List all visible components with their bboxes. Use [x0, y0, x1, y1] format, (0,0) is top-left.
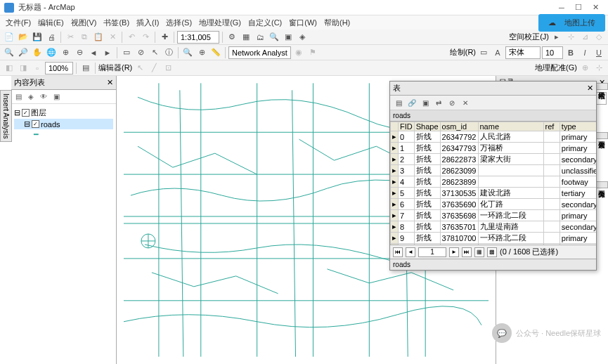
- nav-next-icon[interactable]: ►: [449, 247, 459, 257]
- underline-icon[interactable]: U: [593, 46, 605, 59]
- attr-switch-icon[interactable]: ⇄: [433, 97, 444, 108]
- attr-select-icon[interactable]: ▣: [420, 97, 431, 108]
- attr-footer-tab[interactable]: roads: [390, 259, 596, 270]
- toc-layer-roads[interactable]: ⊟ ✓ roads: [14, 119, 113, 129]
- toc-close-icon[interactable]: ✕: [107, 78, 113, 87]
- ed-3-icon[interactable]: ⊡: [162, 62, 174, 74]
- pointer-icon[interactable]: ▸: [550, 31, 563, 44]
- font-combo[interactable]: 宋体: [505, 46, 541, 59]
- table-row[interactable]: ▸3折线28623099unclassified: [391, 165, 597, 176]
- menu-edit[interactable]: 编辑(E): [35, 16, 67, 30]
- nav-prev-icon[interactable]: ◄: [406, 247, 415, 257]
- menu-file[interactable]: 文件(F): [3, 16, 34, 30]
- fixed-zoom-out-icon[interactable]: ⊖: [73, 46, 86, 59]
- draw-label[interactable]: 绘制(R): [450, 47, 476, 58]
- undo-icon[interactable]: ↶: [125, 31, 138, 44]
- new-icon[interactable]: 📄: [3, 31, 15, 44]
- ed-1-icon[interactable]: ↖: [134, 62, 146, 74]
- menu-window[interactable]: 窗口(W): [286, 16, 320, 30]
- toc-list-by-source-icon[interactable]: ◈: [25, 91, 37, 103]
- attribute-table-window[interactable]: 表 ✕ ▤ 🔗 ▣ ⇄ ⊘ ✕ roads FIDShapeosm_idname…: [389, 81, 597, 271]
- sa-tool3-icon[interactable]: ◇: [593, 31, 605, 44]
- col-header[interactable]: [391, 122, 399, 131]
- slider-combo[interactable]: 100%: [45, 62, 73, 74]
- upload-button[interactable]: ☁地图上传: [538, 14, 605, 32]
- toc-list-by-visibility-icon[interactable]: 👁: [38, 91, 49, 103]
- table-row[interactable]: ▸7折线37635698一环路北二段primary: [391, 210, 597, 221]
- menu-insert[interactable]: 插入(I): [134, 16, 162, 30]
- copy-icon[interactable]: ⧉: [78, 31, 91, 44]
- save-icon[interactable]: 💾: [31, 31, 44, 44]
- catalog-icon[interactable]: 🗂: [254, 31, 266, 44]
- cut-icon[interactable]: ✂: [64, 31, 77, 44]
- menu-view[interactable]: 视图(V): [68, 16, 100, 30]
- paste-icon[interactable]: 📋: [92, 31, 105, 44]
- table-row[interactable]: ▸6折线37635690化丁路secondary: [391, 199, 597, 210]
- table-row[interactable]: ▸2折线28622873梁家大街secondary: [391, 154, 597, 165]
- nav-last-icon[interactable]: ⏭: [462, 247, 472, 257]
- spatial-adjustment-label[interactable]: 空间校正(J): [509, 32, 549, 42]
- attr-clear-icon[interactable]: ⊘: [446, 97, 458, 108]
- full-extent-icon[interactable]: 🌐: [45, 46, 58, 59]
- zoom-in-icon[interactable]: 🔍: [3, 46, 15, 59]
- sa-tool2-icon[interactable]: ⊿: [578, 31, 591, 44]
- nav-page-input[interactable]: [418, 247, 446, 257]
- table-row[interactable]: ▸8折线37635701九里堤南路secondary: [391, 221, 597, 233]
- forward-icon[interactable]: ►: [101, 46, 114, 59]
- attr-menu-icon[interactable]: ▤: [393, 97, 404, 108]
- table-row[interactable]: ▸5折线37130535建设北路tertiary: [391, 188, 597, 199]
- fontsize-combo[interactable]: 10: [542, 46, 563, 59]
- sa-tool1-icon[interactable]: ⊹: [564, 31, 577, 44]
- identify-icon[interactable]: ⓘ: [162, 46, 175, 59]
- t3-3-icon[interactable]: ▫: [31, 62, 44, 74]
- fixed-zoom-in-icon[interactable]: ⊕: [59, 46, 72, 59]
- find-icon[interactable]: 🔍: [181, 46, 194, 59]
- python-icon[interactable]: ▣: [282, 31, 295, 44]
- redo-icon[interactable]: ↷: [139, 31, 152, 44]
- scale-combo[interactable]: 1:31,005: [177, 31, 219, 44]
- network-combo[interactable]: Network Analyst: [228, 46, 291, 59]
- zoom-out-icon[interactable]: 🔎: [17, 46, 30, 59]
- modelbuilder-icon[interactable]: ◈: [296, 31, 309, 44]
- col-header[interactable]: name: [478, 122, 543, 131]
- bold-icon[interactable]: B: [564, 46, 577, 59]
- delete-icon[interactable]: ✕: [106, 31, 119, 44]
- col-header[interactable]: type: [560, 122, 596, 131]
- menu-bookmarks[interactable]: 书签(B): [101, 16, 132, 30]
- close-button[interactable]: ✕: [587, 1, 604, 14]
- menu-customize[interactable]: 自定义(C): [245, 16, 285, 30]
- menu-geoprocessing[interactable]: 地理处理(G): [196, 16, 244, 30]
- table-row[interactable]: ▸0折线26347792人民北路primary: [391, 131, 597, 143]
- table-row[interactable]: ▸4折线28623899footway: [391, 176, 597, 188]
- root-checkbox[interactable]: ✓: [22, 109, 30, 117]
- nav-first-icon[interactable]: ⏮: [393, 247, 403, 257]
- table-row[interactable]: ▸9折线37810700一环路北二段primary: [391, 233, 597, 244]
- menu-selection[interactable]: 选择(S): [163, 16, 195, 30]
- col-header[interactable]: ref: [543, 122, 560, 131]
- toc-icon[interactable]: ▦: [240, 31, 252, 44]
- toc-root[interactable]: ⊟ ✓ 图层: [14, 107, 113, 119]
- select-elements-icon[interactable]: ↖: [148, 46, 161, 59]
- nav-show-all-icon[interactable]: ▦: [474, 247, 484, 257]
- toc-symbol[interactable]: ━: [14, 129, 113, 140]
- attr-close-icon[interactable]: ✕: [587, 84, 593, 93]
- maximize-button[interactable]: ☐: [570, 1, 587, 14]
- gr-2-icon[interactable]: ⊹: [593, 62, 605, 74]
- col-header[interactable]: osm_id: [440, 122, 478, 131]
- open-icon[interactable]: 📂: [17, 31, 30, 44]
- na-tool1-icon[interactable]: ◉: [292, 46, 305, 59]
- na-tool2-icon[interactable]: ⚑: [306, 46, 319, 59]
- georef-label[interactable]: 地理配准(G): [535, 63, 577, 73]
- nav-show-selected-icon[interactable]: ▩: [487, 247, 497, 257]
- italic-icon[interactable]: I: [578, 46, 591, 59]
- col-header[interactable]: FID: [399, 122, 415, 131]
- t3-2-icon[interactable]: ◨: [17, 62, 30, 74]
- editor-toolbar-icon[interactable]: ⚙: [226, 31, 238, 44]
- toc-list-by-selection-icon[interactable]: ▣: [51, 91, 62, 103]
- toc-list-by-drawing-icon[interactable]: ▤: [13, 91, 24, 103]
- search-icon[interactable]: 🔍: [268, 31, 280, 44]
- print-icon[interactable]: 🖨: [45, 31, 58, 44]
- ed-2-icon[interactable]: ╱: [148, 62, 160, 74]
- gr-1-icon[interactable]: ⊕: [578, 62, 591, 74]
- select-icon[interactable]: ▭: [120, 46, 133, 59]
